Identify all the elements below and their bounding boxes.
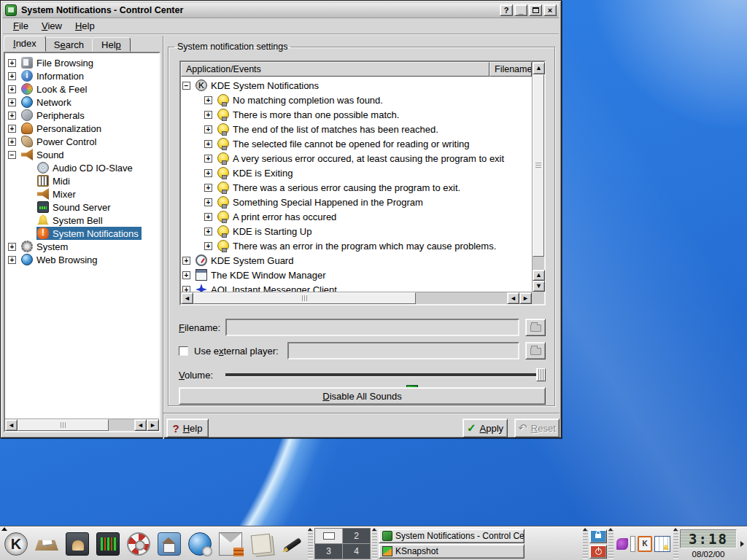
- expander-icon[interactable]: +: [204, 213, 212, 221]
- expander-icon[interactable]: +: [204, 125, 212, 133]
- pager-desktop-2[interactable]: 2: [343, 529, 370, 543]
- event-row-body[interactable]: The KDE Window Manager: [195, 268, 329, 281]
- terminal-button[interactable]: [63, 529, 92, 559]
- expander-icon[interactable]: +: [204, 198, 212, 206]
- scroll-right-icon[interactable]: ►: [147, 419, 159, 431]
- tab-search[interactable]: Search: [44, 37, 93, 52]
- events-horizontal-scrollbar[interactable]: ◄ ◄ ►: [181, 292, 532, 304]
- expander-icon[interactable]: +: [8, 72, 16, 80]
- scrollbar-track[interactable]: [416, 292, 507, 304]
- expander-icon[interactable]: +: [182, 271, 190, 279]
- event-row[interactable]: + There was a serious error causing the …: [182, 180, 532, 195]
- tree-row[interactable]: + Power Control: [8, 135, 159, 148]
- tree-row-body[interactable]: System: [20, 240, 71, 253]
- tree-row[interactable]: + Personalization: [8, 122, 159, 135]
- tree-row-body[interactable]: Personalization: [20, 122, 104, 135]
- lock-logout-handle[interactable]: [583, 529, 588, 559]
- event-row[interactable]: + The KDE Window Manager: [182, 268, 532, 282]
- event-row[interactable]: + There was an error in the program whic…: [182, 238, 532, 253]
- tree-row[interactable]: System Bell: [8, 214, 159, 227]
- expander-icon[interactable]: +: [182, 286, 190, 292]
- expander-icon[interactable]: +: [204, 228, 212, 236]
- web-browser-button[interactable]: [185, 529, 214, 559]
- disable-all-sounds-button[interactable]: Disable All Sounds: [179, 387, 546, 405]
- task-control-center[interactable]: System Notifications - Control Cente: [379, 529, 525, 543]
- expander-icon[interactable]: +: [8, 85, 16, 93]
- word-processor-button[interactable]: [277, 529, 306, 559]
- tree-row-body[interactable]: Power Control: [20, 135, 99, 148]
- filename-browse-button[interactable]: [525, 319, 546, 336]
- event-row-body[interactable]: There was a serious error causing the pr…: [217, 181, 463, 194]
- apply-button[interactable]: ✓ Apply: [462, 419, 508, 438]
- event-row-body[interactable]: A very serious error occured, at least c…: [217, 152, 507, 165]
- help-button[interactable]: ? Help: [166, 419, 209, 438]
- tree-row[interactable]: + Information: [8, 69, 159, 82]
- event-row-body[interactable]: KDE is Starting Up: [217, 225, 314, 238]
- tray-handle[interactable]: [608, 529, 614, 559]
- expander-icon[interactable]: +: [8, 125, 16, 133]
- expander-icon[interactable]: +: [204, 155, 212, 163]
- scroll-down-icon[interactable]: ▼: [533, 281, 545, 292]
- system-monitor-button[interactable]: [93, 529, 123, 559]
- clock-handle[interactable]: [673, 529, 678, 559]
- minimize-button[interactable]: _: [514, 4, 527, 16]
- expander-icon[interactable]: +: [204, 184, 212, 192]
- tree-row-body[interactable]: Audio CD IO-Slave: [36, 161, 136, 174]
- event-row-body[interactable]: KDE is Exiting: [217, 166, 295, 179]
- external-browse-button[interactable]: [525, 342, 546, 359]
- expander-icon[interactable]: −: [8, 151, 16, 159]
- plug-icon[interactable]: [616, 538, 628, 550]
- volume-slider-groove[interactable]: [225, 373, 538, 377]
- event-row[interactable]: + The selected file cannot be opened for…: [182, 136, 532, 151]
- scroll-left-icon[interactable]: ◄: [5, 419, 18, 431]
- scroll-left-icon[interactable]: ◄: [181, 292, 193, 304]
- tree-row[interactable]: + Peripherals: [8, 109, 159, 122]
- event-row-body[interactable]: There was an error in the program which …: [217, 239, 499, 252]
- tree-row[interactable]: − Sound: [8, 148, 159, 161]
- expander-icon[interactable]: +: [204, 242, 212, 250]
- tree-row[interactable]: Mixer: [8, 187, 159, 201]
- expander-icon[interactable]: +: [204, 140, 212, 148]
- titlebar-help-button[interactable]: ?: [500, 4, 513, 16]
- reset-button[interactable]: ↶ Reset: [514, 419, 560, 438]
- event-row-body[interactable]: Something Special Happened in the Progra…: [217, 195, 426, 209]
- scrollbar-thumb[interactable]: [533, 74, 544, 257]
- events-vertical-scrollbar[interactable]: ▲ ▲ ▼: [532, 62, 544, 292]
- k-menu-button[interactable]: [1, 529, 31, 559]
- event-row[interactable]: + KDE is Starting Up: [182, 224, 532, 238]
- expander-icon[interactable]: +: [204, 111, 212, 119]
- tasklist-handle[interactable]: [372, 529, 377, 559]
- tree-row-body[interactable]: System Notifications: [36, 227, 142, 240]
- event-row[interactable]: + Something Special Happened in the Prog…: [182, 195, 532, 209]
- event-row-body[interactable]: A print error has occured: [217, 210, 339, 223]
- menu-help[interactable]: Help: [69, 19, 101, 33]
- event-row[interactable]: + AOL Instant Messenger Client: [182, 282, 532, 292]
- tab-help[interactable]: Help: [92, 37, 131, 52]
- expander-icon[interactable]: +: [8, 243, 16, 251]
- tree-row[interactable]: + Look & Feel: [8, 82, 159, 96]
- tree-row[interactable]: + Web Browsing: [8, 253, 159, 266]
- expander-icon[interactable]: −: [182, 82, 190, 90]
- tree-row[interactable]: Audio CD IO-Slave: [8, 161, 159, 174]
- tree-row-body[interactable]: Mixer: [36, 187, 79, 201]
- tree-row-body[interactable]: Sound: [20, 148, 67, 161]
- tree-row[interactable]: Sound Server: [8, 201, 159, 214]
- clock-applet[interactable]: 3:18 08/02/00: [680, 529, 737, 559]
- scroll-left-icon[interactable]: ◄: [134, 419, 147, 431]
- tree-row-body[interactable]: Look & Feel: [20, 82, 90, 96]
- clock-time[interactable]: 3:18: [680, 529, 737, 548]
- tree-row-body[interactable]: File Browsing: [20, 56, 96, 69]
- event-row-body[interactable]: The end of the list of matches has been …: [217, 122, 441, 136]
- notes-button[interactable]: [247, 529, 276, 559]
- scrollbar-track[interactable]: [109, 419, 134, 431]
- scrollbar-thumb[interactable]: [193, 292, 416, 304]
- event-row[interactable]: + A print error has occured: [182, 209, 532, 224]
- organizer-alarm-icon[interactable]: [654, 536, 670, 552]
- expander-icon[interactable]: +: [8, 138, 16, 146]
- scroll-up-icon[interactable]: ▲: [533, 62, 545, 74]
- event-row-body[interactable]: KDE System Guard: [195, 254, 296, 267]
- column-application-events[interactable]: Application/Events: [181, 62, 489, 77]
- pager-desktop-3[interactable]: 3: [315, 544, 342, 559]
- tree-row-body[interactable]: System Bell: [36, 214, 106, 227]
- help-center-button[interactable]: [124, 529, 153, 559]
